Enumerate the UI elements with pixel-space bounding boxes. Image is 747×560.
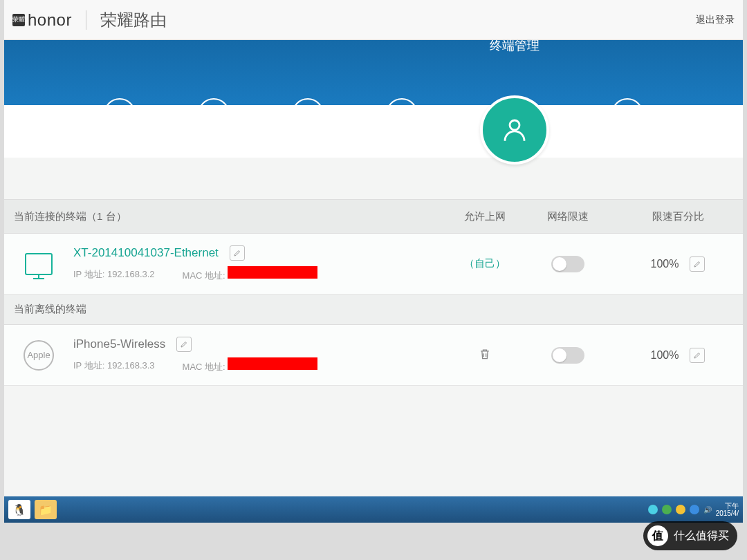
clock-date: 2015/4/ bbox=[716, 510, 739, 517]
nav-strip: 终端管理 bbox=[4, 40, 743, 158]
wifi-icon bbox=[300, 106, 315, 122]
monitor-icon bbox=[25, 253, 53, 275]
ip-label: IP 地址: bbox=[73, 269, 104, 279]
app-window: 荣耀 honor 荣耀路由 退出登录 bbox=[4, 0, 743, 523]
edit-percent-button[interactable] bbox=[690, 348, 705, 363]
col-allow-header: 允许上网 bbox=[447, 210, 523, 223]
brand-text: honor bbox=[28, 10, 72, 30]
device-list: 当前连接的终端（1 台） 允许上网 网络限速 限速百分比 XT-20141004… bbox=[4, 199, 743, 386]
pencil-icon bbox=[233, 249, 241, 257]
tray-icon[interactable] bbox=[648, 505, 658, 514]
pencil-icon bbox=[693, 260, 701, 268]
edit-name-button[interactable] bbox=[176, 337, 192, 352]
col-limit-header: 网络限速 bbox=[523, 210, 613, 223]
watermark-text: 什么值得买 bbox=[674, 529, 729, 543]
apple-icon: Apple bbox=[24, 340, 54, 371]
tray-icon[interactable] bbox=[676, 505, 685, 514]
pencil-icon bbox=[693, 351, 701, 360]
watermark: 值 什么值得买 bbox=[643, 521, 737, 550]
system-tray[interactable]: 🔊 下午 2015/4/ bbox=[648, 502, 739, 517]
percent-value: 100% bbox=[651, 349, 679, 362]
nav-wifi[interactable] bbox=[292, 98, 324, 130]
taskbar-app-qq[interactable]: 🐧 bbox=[8, 500, 30, 519]
device-name: iPhone5-Wireless bbox=[73, 337, 165, 351]
edit-percent-button[interactable] bbox=[690, 256, 705, 272]
speed-limit-toggle[interactable] bbox=[551, 256, 584, 272]
list-header-offline: 当前离线的终端 bbox=[4, 295, 743, 325]
col-device-header: 当前连接的终端（1 台） bbox=[4, 210, 447, 223]
tray-sound-icon[interactable]: 🔊 bbox=[703, 506, 712, 514]
svg-point-1 bbox=[307, 118, 308, 120]
nav-home[interactable] bbox=[104, 98, 136, 130]
device-row-offline: Apple iPhone5-Wireless IP 地址: 192.168.3.… bbox=[4, 325, 743, 386]
device-row-online: XT-201410041037-Ethernet IP 地址: 192.168.… bbox=[4, 234, 743, 295]
nav-devices[interactable] bbox=[480, 95, 549, 165]
edit-name-button[interactable] bbox=[230, 245, 245, 261]
mac-label: MAC 地址: bbox=[183, 362, 225, 372]
percent-value: 100% bbox=[651, 258, 679, 270]
ip-value: 192.168.3.3 bbox=[107, 360, 155, 371]
clock-time: 下午 bbox=[716, 502, 739, 510]
divider bbox=[86, 10, 86, 30]
apn-icon bbox=[394, 106, 409, 122]
delete-device-button[interactable] bbox=[478, 351, 492, 363]
top-bar: 荣耀 honor 荣耀路由 退出登录 bbox=[4, 0, 743, 40]
logout-link[interactable]: 退出登录 bbox=[696, 14, 735, 26]
allow-cell: （自己） bbox=[447, 257, 523, 270]
windows-taskbar[interactable]: 🐧 📁 🔊 下午 2015/4/ bbox=[4, 496, 743, 523]
tray-icon[interactable] bbox=[690, 505, 699, 514]
taskbar-app-explorer[interactable]: 📁 bbox=[35, 500, 57, 519]
nav-active-label: 终端管理 bbox=[490, 37, 540, 54]
pencil-icon bbox=[180, 340, 188, 348]
mac-label: MAC 地址: bbox=[183, 270, 225, 281]
device-name: XT-201410041037-Ethernet bbox=[73, 246, 219, 260]
globe-icon bbox=[206, 106, 221, 122]
brand-badge: 荣耀 bbox=[12, 14, 25, 26]
col-percent-header: 限速百分比 bbox=[613, 210, 743, 223]
nav-more[interactable] bbox=[611, 98, 643, 130]
mac-redacted bbox=[228, 266, 317, 279]
menu-icon bbox=[620, 106, 635, 122]
nav-internet[interactable] bbox=[198, 98, 230, 130]
list-header-connected: 当前连接的终端（1 台） 允许上网 网络限速 限速百分比 bbox=[4, 199, 743, 234]
page-title: 荣耀路由 bbox=[100, 9, 167, 31]
mac-redacted bbox=[228, 357, 317, 370]
ip-label: IP 地址: bbox=[73, 360, 104, 371]
nav-smartnet[interactable] bbox=[386, 98, 418, 130]
home-icon bbox=[112, 106, 127, 122]
speed-limit-toggle[interactable] bbox=[551, 347, 584, 364]
trash-icon bbox=[478, 347, 492, 361]
ip-value: 192.168.3.2 bbox=[107, 269, 155, 279]
tray-icon[interactable] bbox=[662, 505, 672, 514]
watermark-badge: 值 bbox=[647, 525, 668, 546]
user-icon bbox=[500, 115, 529, 144]
svg-point-3 bbox=[510, 120, 519, 130]
